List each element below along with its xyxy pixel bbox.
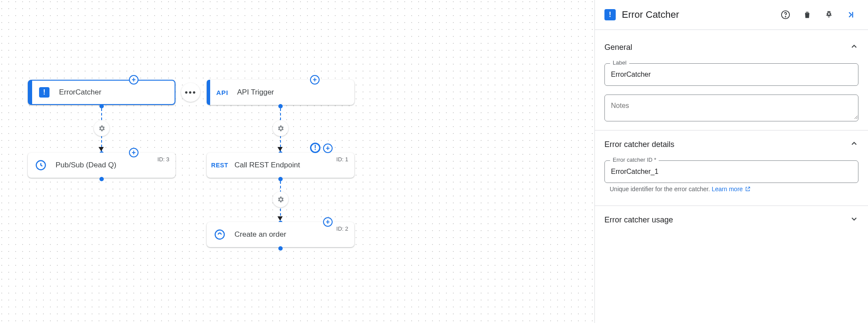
panel-body: General Label Error catcher details Erro… [595,30,868,234]
add-handle-top[interactable]: + [323,217,333,227]
error-catcher-id-field[interactable]: Error catcher ID * [604,160,858,183]
api-icon: API [215,85,229,99]
error-icon: ! [37,85,51,99]
add-handle-top[interactable]: + [129,148,139,157]
error-badge-icon: ! [310,143,320,153]
learn-more-link[interactable]: Learn more [712,186,750,192]
node-accent-bar [29,81,32,104]
connector-dot [278,177,283,181]
node-label: Pub/Sub (Dead Q) [56,161,168,170]
delete-button[interactable] [799,7,815,23]
pin-icon [825,10,833,19]
notes-field[interactable] [604,95,858,121]
node-api-trigger[interactable]: API API Trigger [207,80,354,105]
properties-panel: ! Error Catcher General Label [594,0,868,323]
label-input[interactable] [605,64,858,85]
external-link-icon [745,186,751,192]
section-header-usage[interactable]: Error catcher usage [604,206,858,231]
chevron-down-icon [850,215,858,225]
node-id-text: ID: 3 [158,156,169,163]
edge-settings-button[interactable] [273,192,288,207]
error-catcher-id-input[interactable] [605,161,858,183]
arrowhead-icon [277,147,283,151]
node-label: Create an order [234,230,347,239]
chevron-up-icon [850,139,858,150]
gear-icon [277,196,284,203]
flow-canvas[interactable]: ! ErrorCatcher + ••• API API Trigger + P… [0,0,594,323]
node-accent-bar [207,80,210,105]
node-label: Call REST Endpoint [234,161,347,170]
pin-button[interactable] [821,7,837,23]
edge-settings-button[interactable] [273,121,288,136]
connector-dot [99,177,104,181]
panel-title: Error Catcher [622,9,772,20]
node-label: ErrorCatcher [59,88,168,97]
add-handle-top[interactable]: + [310,75,320,85]
panel-header: ! Error Catcher [595,0,868,30]
connector-dot [278,246,283,251]
add-handle-top[interactable]: + [323,144,333,153]
arrowhead-icon [277,216,283,221]
helper-text: Unique identifier for the error catcher.… [604,186,858,196]
collapse-panel-button[interactable] [843,7,858,23]
gear-icon [98,124,106,132]
node-id-text: ID: 1 [337,156,348,163]
arrowhead-icon [99,147,104,151]
field-label: Label [610,59,629,66]
rest-icon: REST [213,158,227,172]
gear-icon [277,124,284,132]
notes-textarea[interactable] [605,95,858,119]
svg-point-3 [785,16,785,17]
section-title: Error catcher usage [604,215,673,225]
node-pubsub[interactable]: Pub/Sub (Dead Q) ID: 3 [28,153,175,178]
help-icon [781,10,790,20]
helper-text-content: Unique identifier for the error catcher. [610,186,712,192]
field-label: Error catcher ID * [610,157,659,163]
node-accent-bar [207,222,208,247]
pubsub-icon [34,158,48,172]
node-id-text: ID: 2 [337,225,348,232]
section-title: Error catcher details [604,140,674,149]
edge-settings-button[interactable] [94,121,109,136]
connector-icon [213,228,227,241]
node-accent-bar [207,153,208,178]
svg-point-1 [215,230,224,239]
section-header-details[interactable]: Error catcher details [604,131,858,155]
label-field[interactable]: Label [604,63,858,86]
section-header-general[interactable]: General [604,33,858,58]
more-button[interactable]: ••• [181,83,200,102]
error-icon: ! [604,9,616,20]
chevron-up-icon [850,42,858,53]
node-accent-bar [28,153,29,178]
node-label: API Trigger [237,88,347,97]
add-handle-top[interactable]: + [129,75,139,85]
node-call-rest[interactable]: REST Call REST Endpoint ID: 1 [207,153,354,178]
connector-dot [99,104,104,108]
node-error-catcher[interactable]: ! ErrorCatcher [28,80,175,105]
chmar-right-icon [846,10,855,20]
node-create-order[interactable]: Create an order ID: 2 [207,222,354,247]
help-button[interactable] [778,7,793,23]
trash-icon [803,10,812,19]
connector-dot [278,104,283,108]
section-title: General [604,43,632,52]
